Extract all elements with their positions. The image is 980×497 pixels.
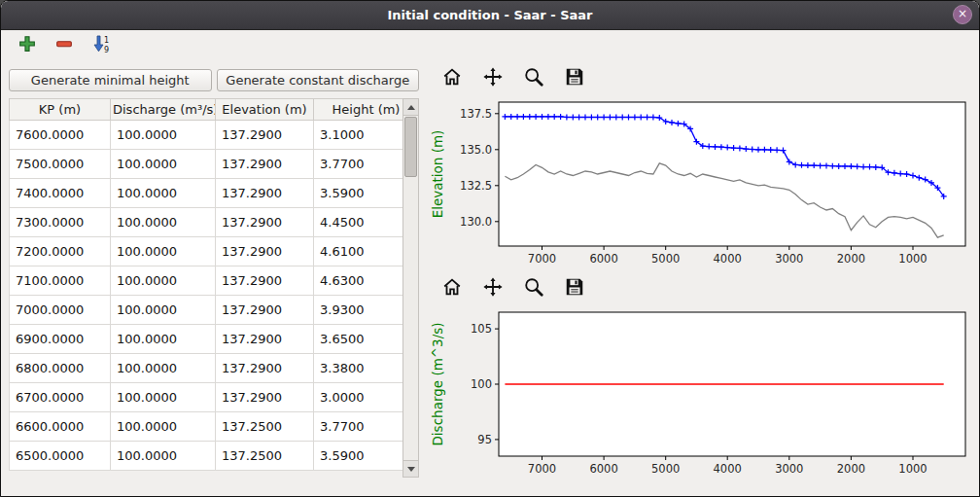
table-cell[interactable]: 6800.0000 xyxy=(10,354,111,383)
discharge-home-button[interactable] xyxy=(438,274,466,302)
table-cell[interactable]: 137.2900 xyxy=(216,208,314,237)
table-cell[interactable]: 137.2500 xyxy=(216,412,314,442)
table-row: 7500.0000100.0000137.29003.7700 xyxy=(10,150,419,179)
table-cell[interactable]: 7500.0000 xyxy=(10,150,111,179)
table-cell[interactable]: 100.0000 xyxy=(111,442,216,471)
svg-text:6000: 6000 xyxy=(589,252,617,266)
table-cell[interactable]: 137.2900 xyxy=(216,354,314,383)
discharge-chart[interactable]: 700060005000400030002000100095100105Disc… xyxy=(427,304,975,481)
column-header[interactable]: KP (m) xyxy=(10,99,111,121)
table-cell[interactable]: 100.0000 xyxy=(111,150,216,179)
svg-text:95: 95 xyxy=(477,433,492,446)
table-cell[interactable]: 137.2900 xyxy=(216,296,314,325)
svg-text:137.5: 137.5 xyxy=(460,107,492,121)
home-icon xyxy=(441,276,463,301)
elevation-save-button[interactable] xyxy=(561,64,588,91)
svg-text:4000: 4000 xyxy=(714,252,742,266)
elevation-chart[interactable]: 7000600050004000300020001000130.0132.513… xyxy=(427,94,975,271)
table-cell[interactable]: 100.0000 xyxy=(111,412,216,442)
window-title: Initial condition - Saar - Saar xyxy=(387,8,592,22)
table-row: 6600.0000100.0000137.25003.7700 xyxy=(10,412,419,442)
table-cell[interactable]: 137.2900 xyxy=(216,325,314,354)
add-icon xyxy=(18,35,36,55)
table-cell[interactable]: 137.2500 xyxy=(216,442,314,471)
sort-rows-button[interactable]: 19 xyxy=(88,33,114,58)
elevation-plot-toolbar xyxy=(427,61,977,94)
svg-text:1: 1 xyxy=(104,36,109,45)
discharge-pan-button[interactable] xyxy=(479,274,507,302)
initial-condition-window: Initial condition - Saar - Saar × 19 Gen… xyxy=(0,0,980,497)
table-scrollbar[interactable] xyxy=(402,98,419,478)
sort-rows-icon: 19 xyxy=(91,34,111,56)
add-row-button[interactable] xyxy=(15,33,40,58)
generate-buttons-row: Generate minimal height Generate constan… xyxy=(9,69,419,91)
zoom-icon xyxy=(523,66,544,90)
save-icon xyxy=(564,66,585,90)
table-cell[interactable]: 7400.0000 xyxy=(10,179,111,208)
table-cell[interactable]: 6500.0000 xyxy=(10,442,111,471)
table-cell[interactable]: 100.0000 xyxy=(111,296,216,325)
discharge-save-button[interactable] xyxy=(561,274,588,302)
table-cell[interactable]: 137.2900 xyxy=(216,179,314,208)
table-cell[interactable]: 137.2900 xyxy=(216,121,314,150)
elevation-home-button[interactable] xyxy=(438,64,466,91)
generate-minimal-height-button[interactable]: Generate minimal height xyxy=(9,69,212,91)
table-row: 7200.0000100.0000137.29004.6100 xyxy=(10,237,419,266)
svg-text:130.0: 130.0 xyxy=(460,215,492,229)
svg-text:132.5: 132.5 xyxy=(460,179,492,193)
table-row: 7100.0000100.0000137.29004.6300 xyxy=(10,266,419,296)
titlebar[interactable]: Initial condition - Saar - Saar × xyxy=(1,1,979,30)
table-cell[interactable]: 6700.0000 xyxy=(10,383,111,412)
table-cell[interactable]: 100.0000 xyxy=(111,208,216,237)
column-header[interactable]: Discharge (m³/s) xyxy=(111,99,216,121)
table-cell[interactable]: 100.0000 xyxy=(111,325,216,354)
discharge-plot-toolbar xyxy=(427,271,977,304)
svg-text:5000: 5000 xyxy=(651,252,680,266)
elevation-pan-button[interactable] xyxy=(479,64,507,91)
table-row: 6700.0000100.0000137.29003.0000 xyxy=(10,383,419,412)
generate-constant-discharge-button[interactable]: Generate constant discharge xyxy=(217,69,420,91)
table-cell[interactable]: 7200.0000 xyxy=(10,237,111,266)
table-cell[interactable]: 100.0000 xyxy=(111,383,216,412)
svg-text:7000: 7000 xyxy=(528,252,556,266)
left-panel: Generate minimal height Generate constan… xyxy=(1,61,425,496)
table-cell[interactable]: 7300.0000 xyxy=(10,208,111,237)
data-table: KP (m)Discharge (m³/s)Elevation (m)Heigh… xyxy=(9,98,419,471)
close-icon[interactable]: × xyxy=(953,5,972,24)
table-cell[interactable]: 100.0000 xyxy=(111,354,216,383)
svg-text:3000: 3000 xyxy=(775,462,803,476)
scroll-up-icon xyxy=(407,105,415,110)
column-header[interactable]: Elevation (m) xyxy=(216,99,314,121)
table-header-row: KP (m)Discharge (m³/s)Elevation (m)Heigh… xyxy=(10,99,419,121)
table-cell[interactable]: 100.0000 xyxy=(111,121,216,150)
table-cell[interactable]: 137.2900 xyxy=(216,150,314,179)
table-row: 7600.0000100.0000137.29003.1000 xyxy=(10,121,419,150)
remove-icon xyxy=(55,35,73,55)
svg-text:5000: 5000 xyxy=(651,462,680,476)
pan-icon xyxy=(482,66,504,90)
table-cell[interactable]: 6900.0000 xyxy=(10,325,111,354)
svg-text:3000: 3000 xyxy=(775,252,803,266)
discharge-zoom-button[interactable] xyxy=(520,274,547,302)
table-cell[interactable]: 137.2900 xyxy=(216,383,314,412)
table-cell[interactable]: 7100.0000 xyxy=(10,266,111,296)
svg-text:2000: 2000 xyxy=(837,462,865,476)
table-row: 6500.0000100.0000137.25003.5900 xyxy=(10,442,419,471)
table-row: 7300.0000100.0000137.29004.4500 xyxy=(10,208,419,237)
scroll-down-button[interactable] xyxy=(403,460,418,477)
svg-text:1000: 1000 xyxy=(898,462,927,476)
table-row: 7000.0000100.0000137.29003.9300 xyxy=(10,296,419,325)
svg-text:135.0: 135.0 xyxy=(460,143,492,157)
table-cell[interactable]: 7600.0000 xyxy=(10,121,111,150)
elevation-zoom-button[interactable] xyxy=(520,64,547,91)
scrollbar-thumb[interactable] xyxy=(404,117,417,177)
table-cell[interactable]: 6600.0000 xyxy=(10,412,111,442)
scroll-up-button[interactable] xyxy=(403,99,418,116)
remove-row-button[interactable] xyxy=(52,33,77,58)
table-cell[interactable]: 137.2900 xyxy=(216,237,314,266)
table-cell[interactable]: 100.0000 xyxy=(111,179,216,208)
table-cell[interactable]: 100.0000 xyxy=(111,237,216,266)
table-cell[interactable]: 7000.0000 xyxy=(10,296,111,325)
table-cell[interactable]: 100.0000 xyxy=(111,266,216,296)
table-cell[interactable]: 137.2900 xyxy=(216,266,314,296)
